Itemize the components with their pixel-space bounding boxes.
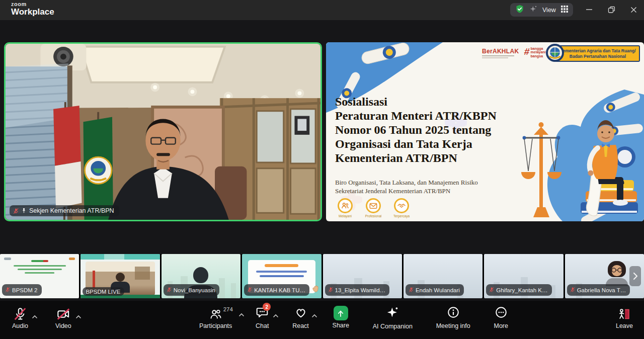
- participant-name-label: Endah Wulandari: [406, 284, 464, 296]
- brand-workplace: Workplace: [11, 8, 54, 16]
- service-icon: [341, 201, 350, 210]
- chevron-right-icon: [633, 272, 638, 280]
- participant-name-label: KANTAH KAB TU…: [244, 284, 309, 296]
- titlebar: zoom Workplace View: [0, 0, 644, 20]
- berakhlak-text: BerAKHLAK: [482, 48, 519, 54]
- react-button[interactable]: React: [292, 306, 309, 330]
- video-button[interactable]: Video: [55, 306, 71, 329]
- video-options-chevron[interactable]: [75, 312, 82, 321]
- participant-name-label: Novi_Banyuasin: [164, 284, 219, 296]
- zoom-meeting-window: zoom Workplace View: [0, 0, 644, 339]
- meeting-stage: Sekjen Kementerian ATR/BPN BerAKHLAK: [0, 20, 644, 254]
- speaker-name-text: Sekjen Kementerian ATR/BPN: [29, 207, 114, 214]
- participants-options-chevron[interactable]: [238, 310, 245, 319]
- filmstrip-next-button[interactable]: [629, 266, 641, 286]
- chat-button[interactable]: 2 Chat: [256, 306, 269, 330]
- meeting-info-button[interactable]: Meeting info: [436, 306, 470, 330]
- share-screen-icon: [334, 306, 348, 320]
- ministry-banner-line2: Badan Pertanahan Nasional: [570, 54, 626, 59]
- participant-tile[interactable]: Endah Wulandari: [404, 254, 482, 298]
- leave-door-icon: [617, 307, 631, 321]
- view-label: View: [542, 7, 556, 14]
- more-button[interactable]: More: [494, 306, 508, 330]
- participant-name-label: Gabriella Nova T…: [567, 284, 630, 296]
- berakhlak-logo: BerAKHLAK: [482, 48, 519, 58]
- participant-tile[interactable]: Ghifary_Kantah K…: [484, 254, 563, 298]
- raised-hand-icon: [311, 283, 320, 292]
- zoom-workplace-logo: zoom Workplace: [11, 2, 54, 16]
- mic-muted-icon: [489, 286, 494, 295]
- handshake-icon: [397, 201, 406, 210]
- speaker-video-tile[interactable]: Sekjen Kementerian ATR/BPN: [4, 42, 322, 221]
- view-menu-button[interactable]: View: [510, 3, 573, 17]
- participant-tile[interactable]: Novi_Banyuasin: [162, 254, 240, 298]
- close-button[interactable]: [626, 3, 641, 17]
- ai-companion-sparkle-icon: [529, 5, 537, 15]
- heart-icon: [294, 306, 307, 319]
- meeting-controls: Audio Video 274 Participants 2: [0, 301, 644, 339]
- share-button[interactable]: Share: [333, 306, 349, 330]
- bangga-melayani-bangsa-logo: # bangga melayani bangsa: [524, 47, 546, 58]
- slide-subtitle: Biro Organisasi, Tata Laksana, dan Manaj…: [335, 178, 478, 195]
- participant-name-label: 13_Elpita Wamild…: [325, 284, 390, 296]
- ministry-banner: Kementerian Agraria dan Tata Ruang/ Bada…: [555, 45, 640, 62]
- participant-tile[interactable]: KANTAH KAB TU…: [242, 254, 321, 298]
- mic-muted-icon: [5, 286, 10, 295]
- participant-tile[interactable]: BPSDM 2: [0, 254, 79, 298]
- participant-name-label: BPSDM 2: [2, 284, 42, 296]
- law-illustration: [521, 70, 644, 221]
- mic-muted-icon: [14, 307, 27, 321]
- camera-muted-icon: [56, 307, 70, 321]
- more-ellipsis-icon: [495, 306, 508, 319]
- core-values: Melayani Profesional Terpercaya: [334, 198, 413, 218]
- mic-muted-icon: [409, 286, 414, 295]
- participant-tile[interactable]: BPSDM LIVE: [80, 254, 159, 298]
- ministry-banner-line1: Kementerian Agraria dan Tata Ruang/: [559, 48, 635, 54]
- ministry-logo-icon: [545, 43, 565, 62]
- participant-filmstrip: BPSDM 2 BPSDM LIVE: [0, 254, 644, 298]
- mic-muted-icon: [247, 286, 252, 295]
- restore-window-button[interactable]: [604, 3, 619, 17]
- value-profesional: Profesional: [362, 198, 384, 218]
- leave-button[interactable]: Leave: [616, 306, 633, 329]
- pin-icon: [21, 208, 27, 214]
- mic-muted-icon: [570, 286, 575, 295]
- mic-muted-icon: [13, 208, 19, 214]
- ai-sparkle-icon: [386, 306, 399, 319]
- value-melayani: Melayani: [334, 198, 356, 218]
- chat-unread-badge: 2: [263, 303, 271, 311]
- participants-count: 274: [223, 306, 233, 312]
- mail-icon: [369, 201, 378, 210]
- slide-title: Sosialisasi Peraturan Menteri ATR/KBPN N…: [335, 95, 497, 165]
- view-grid-icon: [561, 6, 568, 15]
- chat-options-chevron[interactable]: [273, 311, 279, 320]
- ai-companion-button[interactable]: AI Companion: [373, 306, 413, 330]
- participant-name-label: Ghifary_Kantah K…: [486, 284, 551, 296]
- react-options-chevron[interactable]: [311, 311, 317, 320]
- minimize-button[interactable]: [582, 3, 597, 17]
- value-terpercaya: Terpercaya: [390, 198, 413, 218]
- audio-options-chevron[interactable]: [32, 312, 38, 321]
- shared-screen-tile[interactable]: BerAKHLAK # bangga melayani bangsa Kemen…: [326, 42, 644, 221]
- mic-muted-icon: [328, 286, 333, 295]
- avatar-glasses: [611, 268, 623, 273]
- mic-muted-icon: [167, 286, 172, 295]
- speaker-name-label: Sekjen Kementerian ATR/BPN: [10, 205, 119, 216]
- participants-icon: [209, 308, 222, 321]
- audio-button[interactable]: Audio: [12, 306, 28, 329]
- info-icon: [447, 306, 460, 319]
- speaker-video-feed: [6, 44, 320, 220]
- participants-button[interactable]: 274 Participants: [199, 306, 232, 330]
- security-shield-icon: [515, 5, 524, 16]
- participant-tile[interactable]: 13_Elpita Wamild…: [323, 254, 402, 298]
- brand-zoom: zoom: [11, 2, 54, 7]
- participant-name-label: BPSDM LIVE: [83, 287, 124, 296]
